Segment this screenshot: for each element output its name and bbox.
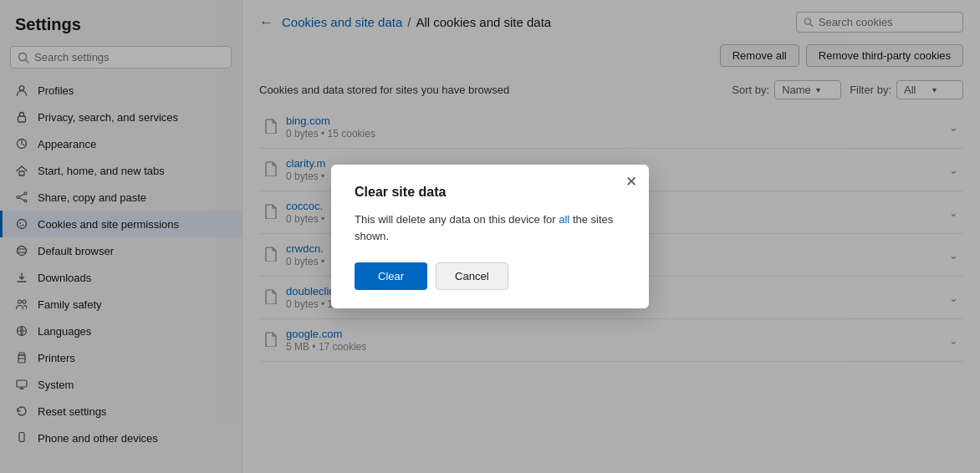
- dialog-body-part1: This will delete any data on this device…: [355, 213, 559, 226]
- cancel-button[interactable]: Cancel: [436, 262, 508, 290]
- dialog-body: This will delete any data on this device…: [355, 211, 625, 244]
- clear-button[interactable]: Clear: [355, 262, 427, 290]
- dialog-body-highlight: all: [559, 213, 569, 226]
- dialog-overlay: ✕ Clear site data This will delete any d…: [0, 0, 980, 473]
- dialog-close-button[interactable]: ✕: [625, 175, 637, 189]
- clear-site-data-dialog: ✕ Clear site data This will delete any d…: [331, 165, 649, 308]
- dialog-title: Clear site data: [355, 185, 625, 200]
- dialog-actions: Clear Cancel: [355, 262, 625, 290]
